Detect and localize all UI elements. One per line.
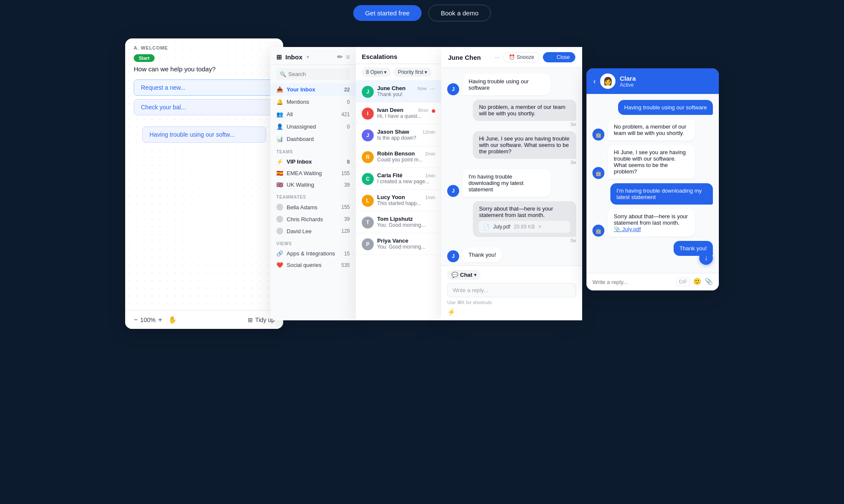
clara-header: ‹ 👩 Clara Active — [586, 68, 719, 94]
msg-bubble: No problem, a member of our team will be… — [473, 100, 576, 121]
msg-attachment: 📄 July.pdf 20.89 KB × — [479, 221, 570, 233]
inbox-nav-your-inbox[interactable]: 📥 Your Inbox 22 — [270, 83, 356, 96]
chat-tab-chat[interactable]: 💬 Chat ▾ — [447, 270, 481, 280]
conv-name: Jason Shaw — [377, 129, 409, 135]
filter-icon[interactable]: ≡ — [346, 53, 350, 61]
nav-icon: 👥 — [276, 111, 283, 117]
conv-preview: You: Good morning... — [377, 244, 435, 250]
priority-dot — [432, 109, 435, 113]
view-icon: 🔗 — [276, 250, 283, 257]
nav-label: Your Inbox — [287, 86, 315, 93]
chat-contact-name: June Chen — [448, 54, 481, 61]
nav-count: 421 — [341, 111, 350, 117]
views-section-label: VIEWS — [270, 237, 356, 248]
conv-item-5[interactable]: L Lucy Yoon 1min This started happ... — [356, 190, 441, 211]
conv-item-6[interactable]: T Tom Lipshutz You: Good morning... — [356, 211, 441, 233]
conv-avatar: I — [362, 108, 374, 120]
view-social-queries[interactable]: ❤️ Social queries 535 — [270, 259, 356, 271]
zoom-in-button[interactable]: + — [158, 316, 162, 324]
conv-row-top: Carla Fité 1min — [377, 172, 435, 179]
clara-avatar: 👩 — [600, 73, 615, 89]
inbox-nav-unassigned[interactable]: 👤 Unassigned 0 — [270, 120, 356, 133]
team-uk-waiting[interactable]: 🇬🇧 UK Waiting 39 — [270, 179, 356, 190]
msg-seen: Se — [473, 238, 576, 243]
inbox-title: Inbox — [285, 53, 302, 61]
conv-preview: This started happ... — [377, 200, 435, 206]
conv-content: Lucy Yoon 1min This started happ... — [377, 194, 435, 206]
clara-agent-avatar: 🤖 — [592, 129, 604, 141]
nav-label: All — [287, 111, 293, 117]
conv-item-0[interactable]: J June Chen Now Thank you! ··· — [356, 81, 441, 103]
conv-name: Robin Benson — [377, 150, 415, 157]
flow-option-2[interactable]: Check your bal... — [134, 99, 275, 115]
clara-reply-input[interactable] — [592, 279, 673, 285]
july-pdf-link[interactable]: 📎 July.pdf — [614, 226, 641, 232]
team-vip-inbox[interactable]: ⚡ VIP Inbox 8 — [270, 156, 356, 167]
chat-panel: June Chen ··· ⏰ Snooze 👤 Close J Having … — [441, 47, 582, 320]
filter-priority-button[interactable]: Priority first ▾ — [393, 67, 431, 77]
conv-time: 1min — [425, 195, 435, 200]
teammate-chris-richards[interactable]: Chris Richards 39 — [270, 213, 356, 225]
clara-bubble: No problem, a member of our team will be… — [608, 119, 695, 141]
conv-item-3[interactable]: R Robin Benson 2min Could you point m... — [356, 146, 441, 168]
clara-back-button[interactable]: ‹ — [593, 77, 596, 85]
teammate-david-lee[interactable]: David Lee 129 — [270, 225, 356, 237]
get-started-button[interactable]: Get started free — [353, 5, 422, 21]
scroll-down-button[interactable]: ↓ — [699, 251, 713, 265]
attachment-close[interactable]: × — [538, 224, 541, 230]
msg-bubble: Hi June, I see you are having trouble wi… — [473, 131, 576, 159]
team-label: EMEA Waiting — [287, 170, 322, 176]
team-emea-waiting[interactable]: 🇪🇸 EMEA Waiting 155 — [270, 167, 356, 179]
snooze-button[interactable]: ⏰ Snooze — [503, 52, 540, 62]
attachment-icon[interactable]: 📎 — [705, 278, 713, 286]
search-input[interactable] — [276, 68, 350, 80]
emoji-icon[interactable]: 🙂 — [693, 278, 701, 286]
conv-preview: I created a new page... — [377, 179, 435, 185]
conv-content: Tom Lipshutz You: Good morning... — [377, 216, 435, 228]
gif-button[interactable]: GIF — [676, 278, 690, 286]
nav-count: 22 — [344, 87, 350, 93]
chat-header-actions: ··· ⏰ Snooze 👤 Close — [495, 52, 575, 62]
zoom-out-button[interactable]: − — [134, 316, 138, 324]
view-apps-&-integrations[interactable]: 🔗 Apps & Integrations 15 — [270, 248, 356, 259]
msg-bubble: Sorry about that—here is your statement … — [473, 201, 576, 237]
inbox-nav-dashboard[interactable]: 📊 Dashboard — [270, 133, 356, 145]
flow-footer: − 100% + ✋ ⊞ Tidy up — [125, 310, 283, 329]
conv-item-4[interactable]: C Carla Fité 1min I created a new page..… — [356, 168, 441, 190]
flow-option-1[interactable]: Request a new... — [134, 79, 275, 96]
nav-label: Dashboard — [287, 136, 314, 142]
close-button[interactable]: 👤 Close — [543, 52, 575, 62]
clara-agent-avatar: 🤖 — [592, 167, 604, 179]
chat-reply-input[interactable]: Write a reply... — [447, 283, 576, 297]
lightning-icon[interactable]: ⚡ — [447, 308, 576, 316]
clara-bubble: I'm having trouble downloading my latest… — [610, 183, 713, 205]
team-flag: ⚡ — [276, 158, 283, 165]
conv-item-7[interactable]: P Priya Vance You: Good morning... — [356, 233, 441, 255]
msg-user-avatar: J — [447, 83, 459, 95]
book-demo-button[interactable]: Book a demo — [428, 5, 491, 21]
teammates-section-label: TEAMMATES — [270, 190, 356, 201]
msg-seen: Se — [473, 160, 576, 165]
conv-more-icon[interactable]: ··· — [430, 85, 435, 92]
conv-row-top: Tom Lipshutz — [377, 216, 435, 222]
inbox-nav-all[interactable]: 👥 All 421 — [270, 108, 356, 120]
hand-tool-icon[interactable]: ✋ — [168, 316, 177, 324]
conv-time: 12min — [422, 129, 435, 135]
nav-count: 0 — [347, 99, 350, 105]
filter-open-button[interactable]: 8 Open ▾ — [362, 67, 391, 77]
clara-msg-1: 🤖 No problem, a member of our team will … — [592, 119, 695, 141]
msg-agent-4: Sorry about that—here is your statement … — [473, 201, 576, 243]
inbox-nav-mentions[interactable]: 🔔 Mentions 0 — [270, 96, 356, 108]
msg-bubble: Thank you! — [463, 247, 502, 262]
clara-agent-avatar: 🤖 — [592, 225, 604, 237]
conv-item-2[interactable]: J Jason Shaw 12min Is the app down? — [356, 124, 441, 146]
compose-icon[interactable]: ✏ — [337, 53, 343, 61]
conv-row-top: Jason Shaw 12min — [377, 129, 435, 135]
conv-name: Lucy Yoon — [377, 194, 405, 200]
flow-panel: A. WELCOME Start How can we help you tod… — [125, 38, 283, 329]
more-icon[interactable]: ··· — [495, 54, 500, 61]
msg-bubble: Having trouble using our software — [463, 74, 551, 95]
inbox-dropdown-icon[interactable]: ▾ — [307, 55, 309, 59]
teammate-bella-adams[interactable]: Bella Adams 155 — [270, 201, 356, 213]
conv-item-1[interactable]: I Ivan Deen 8min Hi, I have a quest... — [356, 103, 441, 124]
